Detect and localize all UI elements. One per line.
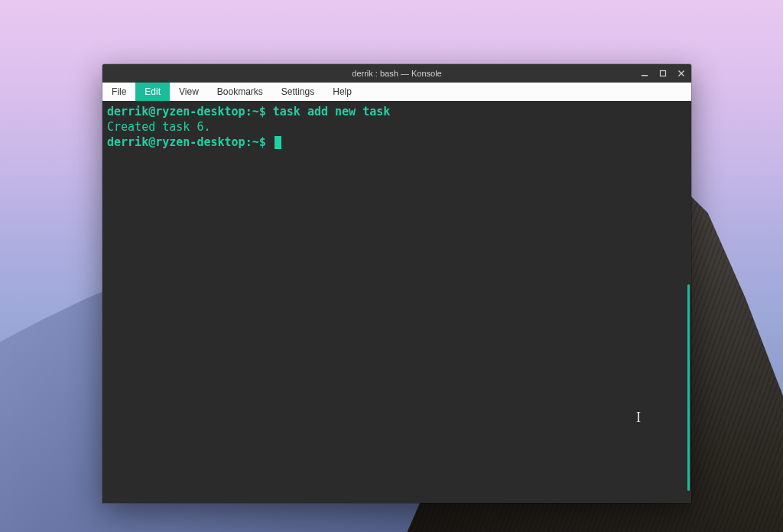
- terminal-scrollbar[interactable]: [687, 284, 690, 491]
- titlebar[interactable]: derrik : bash — Konsole: [102, 64, 691, 83]
- window-title: derrik : bash — Konsole: [102, 69, 691, 78]
- terminal-cursor: [275, 136, 281, 149]
- prompt-path: :~$: [245, 105, 266, 118]
- terminal-line-2: derrik@ryzen-desktop:~$: [107, 135, 687, 150]
- menu-edit[interactable]: Edit: [135, 83, 170, 101]
- terminal-area[interactable]: derrik@ryzen-desktop:~$ task add new tas…: [102, 101, 691, 503]
- terminal-output-1: Created task 6.: [107, 119, 687, 135]
- prompt-userhost: derrik@ryzen-desktop: [107, 105, 245, 118]
- menu-file[interactable]: File: [102, 83, 135, 101]
- prompt-userhost-2: derrik@ryzen-desktop: [107, 135, 245, 149]
- terminal-line-1: derrik@ryzen-desktop:~$ task add new tas…: [107, 104, 687, 119]
- minimize-button[interactable]: [639, 68, 650, 79]
- konsole-window: derrik : bash — Konsole File Edit View B…: [102, 64, 691, 503]
- prompt-path-2: :~$: [245, 135, 266, 149]
- window-controls: [639, 64, 687, 83]
- menubar: File Edit View Bookmarks Settings Help: [102, 83, 691, 101]
- svg-rect-1: [661, 71, 666, 76]
- command-text: task add new task: [266, 105, 391, 118]
- ibeam-cursor-icon: I: [636, 410, 641, 425]
- menu-view[interactable]: View: [170, 83, 208, 101]
- close-button[interactable]: [676, 68, 687, 79]
- svg-rect-0: [642, 75, 648, 76]
- menu-help[interactable]: Help: [323, 83, 361, 101]
- maximize-button[interactable]: [658, 68, 668, 79]
- menu-settings[interactable]: Settings: [272, 83, 323, 101]
- menu-bookmarks[interactable]: Bookmarks: [208, 83, 272, 101]
